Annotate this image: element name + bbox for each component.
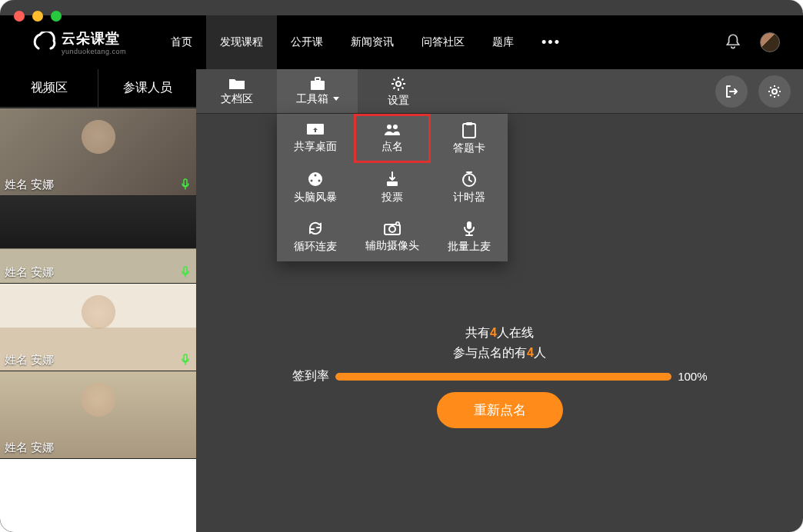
svg-rect-7 <box>463 124 475 138</box>
tab-video-area[interactable]: 视频区 <box>0 69 98 107</box>
window-controls <box>14 11 62 22</box>
vote-icon <box>385 171 400 188</box>
briefcase-icon <box>309 77 326 91</box>
exit-button[interactable] <box>715 75 748 108</box>
checkin-percent: 100% <box>678 370 707 383</box>
participant-name: 姓名 安娜 <box>5 265 54 280</box>
cycle-icon <box>307 220 324 237</box>
dd-share-desktop[interactable]: 共享桌面 <box>277 114 354 163</box>
dd-rollcall[interactable]: 点名 <box>354 114 431 163</box>
svg-point-3 <box>772 89 777 94</box>
top-bar: 云朵课堂 yunduoketang.com 首页 发现课程 公开课 新闻资讯 问… <box>0 15 803 69</box>
svg-rect-8 <box>466 122 472 125</box>
mic-up-icon <box>461 220 477 237</box>
dd-batch-mic[interactable]: 批量上麦 <box>431 212 508 261</box>
svg-rect-1 <box>315 78 320 81</box>
tab-members[interactable]: 参课人员 <box>98 69 196 107</box>
mic-icon <box>179 266 192 278</box>
dd-answer-card[interactable]: 答题卡 <box>431 114 508 163</box>
mic-icon <box>179 178 192 191</box>
dd-timer[interactable]: 计时器 <box>431 163 508 212</box>
left-panel: 视频区 参课人员 姓名 安娜 姓名 安娜 姓名 安娜 <box>0 69 196 532</box>
minimize-dot[interactable] <box>32 11 43 22</box>
gear-icon <box>767 84 782 99</box>
exit-icon <box>724 84 739 99</box>
cloud-icon <box>31 32 57 53</box>
maximize-dot[interactable] <box>51 11 62 22</box>
video-tile[interactable]: 姓名 安娜 <box>0 108 196 195</box>
clock-icon <box>461 171 478 188</box>
film-reel-icon <box>307 171 324 188</box>
toolbar-doc-area[interactable]: 文档区 <box>196 69 277 113</box>
chevron-down-icon <box>333 97 339 101</box>
toolbox-dropdown: 共享桌面 点名 答题卡 头脑风暴 投票 <box>277 114 508 261</box>
folder-icon <box>228 77 245 91</box>
settings-button[interactable] <box>758 75 791 108</box>
video-list: 姓名 安娜 姓名 安娜 姓名 安娜 姓名 安娜 <box>0 108 196 532</box>
svg-point-2 <box>396 81 401 86</box>
video-tile[interactable]: 姓名 安娜 <box>0 371 196 458</box>
nav-discover[interactable]: 发现课程 <box>206 15 277 69</box>
people-icon <box>383 123 402 137</box>
rollcall-stats: 共有4人在线 参与点名的有4人 签到率 100% <box>292 323 708 384</box>
participant-name: 姓名 安娜 <box>5 353 54 367</box>
svg-point-12 <box>318 180 321 182</box>
nav-news[interactable]: 新闻资讯 <box>337 15 408 69</box>
logo[interactable]: 云朵课堂 yunduoketang.com <box>31 29 126 55</box>
checkin-rate-label: 签到率 <box>292 368 329 384</box>
nav-more[interactable]: ••• <box>528 35 575 51</box>
progress-fill <box>335 373 672 381</box>
nav-home[interactable]: 首页 <box>157 15 206 69</box>
nav-public[interactable]: 公开课 <box>277 15 337 69</box>
svg-rect-18 <box>467 221 471 229</box>
toolbar: 文档区 工具箱 设置 <box>196 69 803 114</box>
checkin-progress <box>335 373 672 381</box>
monitor-share-icon <box>306 123 325 137</box>
main-nav: 首页 发现课程 公开课 新闻资讯 问答社区 题库 ••• <box>157 15 575 69</box>
svg-rect-0 <box>311 81 325 90</box>
brand-sub: yunduoketang.com <box>62 48 126 55</box>
mic-icon <box>179 354 192 366</box>
camera-plus-icon <box>383 221 402 236</box>
video-tile[interactable]: 姓名 安娜 <box>0 195 196 283</box>
dd-cycle-mic[interactable]: 循环连麦 <box>277 212 354 261</box>
svg-point-11 <box>311 180 313 182</box>
svg-point-6 <box>393 125 398 129</box>
main-area: 文档区 工具箱 设置 <box>196 69 803 532</box>
clipboard-icon <box>461 121 477 138</box>
svg-rect-13 <box>387 181 398 186</box>
video-tile-empty <box>0 458 196 532</box>
svg-point-16 <box>389 226 395 232</box>
avatar[interactable] <box>760 32 780 52</box>
nav-question-bank[interactable]: 题库 <box>478 15 528 69</box>
dd-brainstorm[interactable]: 头脑风暴 <box>277 163 354 212</box>
bell-icon[interactable] <box>723 32 743 52</box>
retry-rollcall-button[interactable]: 重新点名 <box>437 392 563 428</box>
dd-aux-camera[interactable]: 辅助摄像头 <box>354 212 431 261</box>
close-dot[interactable] <box>14 11 25 22</box>
participant-name: 姓名 安娜 <box>5 441 54 455</box>
toolbar-settings[interactable]: 设置 <box>358 69 438 113</box>
toolbar-toolbox[interactable]: 工具箱 <box>277 69 358 113</box>
video-tile[interactable]: 姓名 安娜 <box>0 283 196 371</box>
dd-vote[interactable]: 投票 <box>354 163 431 212</box>
svg-point-5 <box>387 125 392 129</box>
svg-point-10 <box>315 175 317 177</box>
brand-name: 云朵课堂 <box>62 29 126 48</box>
nav-qa[interactable]: 问答社区 <box>408 15 478 69</box>
participant-name: 姓名 安娜 <box>5 178 54 192</box>
gear-icon <box>390 75 407 92</box>
